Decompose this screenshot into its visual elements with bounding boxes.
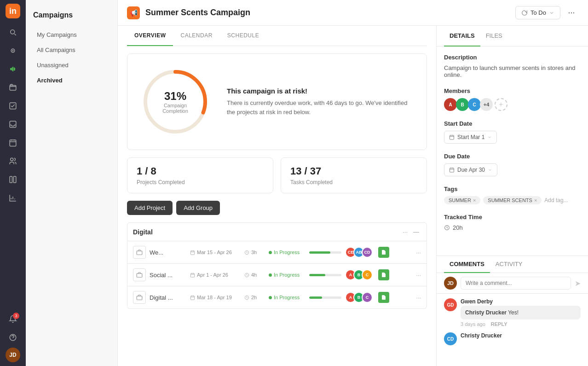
add-group-button[interactable]: Add Group [176,201,220,215]
project-dates: Mar 18 - Apr 19 [190,295,241,300]
clock-icon [444,225,450,231]
svg-point-6 [11,158,13,161]
tab-files[interactable]: FILES [480,26,508,46]
row-more-button[interactable]: ··· [416,249,421,256]
members-group: Members A B C +4 + [444,87,581,111]
time-value: 2h [251,295,257,300]
date-range: Mar 15 - Apr 26 [197,250,232,255]
calendar-icon-btn[interactable] [5,134,21,151]
date-range: Mar 18 - Apr 19 [197,295,232,300]
left-panel: OVERVIEW CALENDAR SCHEDULE 31% Campaign … [118,26,436,366]
header-actions: To Do ··· [515,6,579,20]
overview-card: 31% Campaign Completion This campaign is… [127,53,427,150]
app-logo[interactable]: in [6,4,20,18]
row-more-button[interactable]: ··· [416,294,421,301]
project-files-icon[interactable] [378,269,389,280]
reply-button[interactable]: REPLY [491,321,507,327]
tracked-time-label: Tracked Time [444,214,581,221]
add-project-button[interactable]: Add Project [127,201,173,215]
project-status: In Progress [269,272,306,278]
sidebar-item-archived[interactable]: Archived [29,73,114,87]
project-avatars: A B C [345,269,373,280]
tab-activity[interactable]: ACTIVITY [490,256,528,273]
group-collapse-icon[interactable]: — [411,227,421,236]
svg-rect-7 [10,176,12,183]
chevron-down-icon [488,168,492,172]
svg-rect-19 [190,296,194,299]
project-name[interactable]: We... [150,249,186,256]
project-folder-icon [133,291,146,304]
board-icon-btn[interactable] [5,171,21,188]
project-name[interactable]: Digital ... [150,294,186,301]
progress-fill [309,296,322,299]
completion-circle: 31% Campaign Completion [138,65,212,139]
sidebar-item-my-campaigns[interactable]: My Campaigns [29,28,114,42]
tab-details[interactable]: DETAILS [444,26,480,46]
add-member-button[interactable]: + [495,98,507,111]
comment-content: Christy Drucker [461,332,581,345]
home-icon-btn[interactable] [5,42,21,59]
status-button[interactable]: To Do [515,6,560,19]
tasks-stat-card: 13 / 37 Tasks Completed [281,157,427,193]
tracked-time-value: 20h [444,224,581,231]
group-more-icon[interactable]: ··· [401,227,409,236]
sidebar-item-unassigned[interactable]: Unassigned [29,58,114,72]
sidebar-title: Campaigns [26,7,117,27]
member-avatar: B [456,98,469,111]
notification-badge: 3 [13,313,19,319]
projects-completed: 1 / 8 [137,165,264,177]
due-date-value: Due Apr 30 [457,167,485,173]
tag-remove-icon[interactable]: × [534,198,537,203]
tags-row: SUMMER × SUMMER SCENTS × Add tag... [444,196,581,204]
project-files-icon[interactable] [378,292,389,303]
table-row: We... Mar 15 - Apr 26 3h In Progress [127,241,427,264]
nav-sidebar: Campaigns My Campaigns All Campaigns Una… [26,0,118,366]
users-icon-btn[interactable] [5,153,21,169]
add-tag-button[interactable]: Add tag... [544,197,568,203]
status-dot [269,296,272,299]
comments-body: GD Gwen Derby Christy Drucker Yes! 3 day… [437,294,588,366]
comment-input-row: JD ➤ [437,273,588,294]
tab-comments[interactable]: COMMENTS [444,256,490,273]
bell-icon-btn[interactable]: 3 [5,311,21,327]
details-tabs: DETAILS FILES [437,26,588,46]
row-more-button[interactable]: ··· [416,272,421,279]
project-dates: Mar 15 - Apr 26 [190,250,241,255]
more-button[interactable]: ··· [564,6,579,20]
project-time: 2h [244,295,265,300]
due-date-button[interactable]: Due Apr 30 [444,163,497,176]
tab-schedule[interactable]: SCHEDULE [220,26,266,46]
inbox-icon-btn[interactable] [5,116,21,133]
progress-bar [309,274,341,276]
members-count: +4 [480,98,493,111]
tag-remove-icon[interactable]: × [473,198,476,203]
status-text: In Progress [274,295,300,300]
megaphone-icon-btn[interactable] [5,61,21,77]
project-files-icon[interactable] [378,247,389,258]
start-date-button[interactable]: Start Mar 1 [444,131,497,144]
comment-input[interactable] [461,277,571,290]
project-name[interactable]: Social ... [150,272,186,279]
tags-group: Tags SUMMER × SUMMER SCENTS × Add tag... [444,186,581,204]
search-icon-btn[interactable] [5,24,21,41]
folder-icon-btn[interactable] [5,79,21,96]
calendar-icon [449,134,455,140]
chevron-down-icon [487,135,492,139]
bar-chart-icon-btn[interactable] [5,190,21,206]
help-icon-btn[interactable] [5,329,21,346]
sidebar-item-all-campaigns[interactable]: All Campaigns [29,43,114,57]
project-avatars: CE AB CD [345,247,373,258]
description-label: Description [444,54,581,61]
projects-label: Projects Completed [137,179,264,186]
details-section: Description Campaign to launch summer sc… [437,46,588,256]
send-icon[interactable]: ➤ [575,279,581,288]
check-icon-btn[interactable] [5,98,21,114]
user-avatar[interactable]: JD [6,348,20,362]
tab-overview[interactable]: OVERVIEW [127,26,173,46]
svg-rect-18 [137,296,142,300]
svg-rect-4 [10,121,16,128]
tag-label: SUMMER [449,198,471,203]
tab-calendar[interactable]: CALENDAR [173,26,219,46]
time-value: 3h [251,250,257,255]
calendar-icon [449,167,455,173]
